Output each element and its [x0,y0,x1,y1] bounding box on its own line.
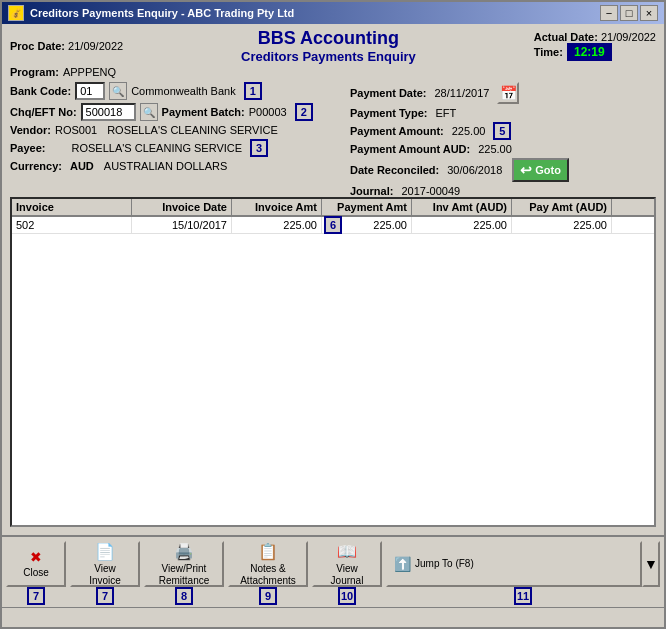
actual-date-value: 21/09/2022 [601,31,656,43]
currency-code: AUD [70,160,94,172]
currency-name: AUSTRALIAN DOLLARS [104,160,227,172]
payment-batch-label: Payment Batch: [162,106,245,118]
top-info-row: Proc Date: 21/09/2022 BBS Accounting Cre… [10,28,656,64]
title-bar: 💰 Creditors Payments Enquiry - ABC Tradi… [2,2,664,24]
print-icon: 🖨️ [174,542,194,561]
journal-icon: 📖 [337,542,357,561]
view-print-remittance-button[interactable]: 🖨️ View/PrintRemittance [144,541,224,587]
close-window-button[interactable]: × [640,5,658,21]
col-payment-amt: Payment Amt [322,199,412,215]
col-pay-amt-aud: Pay Amt (AUD) [512,199,612,215]
col-invoice: Invoice [12,199,132,215]
payment-batch-value: P00003 [249,106,287,118]
payment-date-value: 28/11/2017 [434,87,489,99]
cell-invoice: 502 [12,217,132,233]
time-label: Time: [534,46,563,58]
actual-date-area: Actual Date: 21/09/2022 Time: 12:19 [534,31,656,61]
close-btn-num: 7 [27,587,45,605]
jump-to-button[interactable]: ⬆️ Jump To (F8) [386,541,642,587]
payee-name: ROSELLA'S CLEANING SERVICE [71,142,242,154]
notes-attachments-button[interactable]: 📋 Notes &Attachments [228,541,308,587]
view-print-remittance-label: View/PrintRemittance [159,563,210,587]
payment-type-value: EFT [435,107,456,119]
date-reconciled-row: Date Reconciled: 30/06/2018 ↩ Goto [350,158,656,182]
jump-to-label: Jump To (F8) [415,558,474,570]
status-bar [2,607,664,627]
bank-code-label: Bank Code: [10,85,71,97]
section-1-number: 1 [244,82,262,100]
bank-code-search-button[interactable]: 🔍 [109,82,127,100]
app-icon: 💰 [8,5,24,21]
notes-btn-num: 9 [259,587,277,605]
cell-invoice-date: 15/10/2017 [132,217,232,233]
maximize-button[interactable]: □ [620,5,638,21]
close-label: Close [23,567,49,579]
cell-invoice-amt: 225.00 [232,217,322,233]
form-area: Bank Code: 01 🔍 Commonwealth Bank 1 Chq/… [10,82,656,197]
payee-label: Payee: [10,142,45,154]
payment-amount-row: Payment Amount: 225.00 5 [350,122,656,140]
sub-title: Creditors Payments Enquiry [123,49,534,64]
bank-code-field[interactable]: 01 [75,82,105,100]
section-5-number: 5 [493,122,511,140]
view-journal-button[interactable]: 📖 ViewJournal [312,541,382,587]
jump-to-icon: ⬆️ [394,556,411,572]
col-inv-amt-aud: Inv Amt (AUD) [412,199,512,215]
payment-type-label: Payment Type: [350,107,427,119]
notes-attachments-label: Notes &Attachments [240,563,296,587]
col-invoice-date: Invoice Date [132,199,232,215]
currency-row: Currency: AUD AUSTRALIAN DOLLARS [10,160,350,172]
jump-to-arrow-button[interactable]: ▼ [642,541,660,587]
main-title: BBS Accounting [123,28,534,49]
main-window: 💰 Creditors Payments Enquiry - ABC Tradi… [0,0,666,629]
left-column: Bank Code: 01 🔍 Commonwealth Bank 1 Chq/… [10,82,350,197]
payment-date-row: Payment Date: 28/11/2017 📅 [350,82,656,104]
section-3-number: 3 [250,139,268,157]
proc-date-value: 21/09/2022 [68,40,123,52]
view-invoice-btn-num: 7 [96,587,114,605]
journal-row: Journal: 2017-00049 [350,185,656,197]
payment-amount-label: Payment Amount: [350,125,444,137]
title-bar-buttons: − □ × [600,5,658,21]
payment-date-label: Payment Date: [350,87,426,99]
col-invoice-amt: Invoice Amt [232,199,322,215]
payment-amount-aud-row: Payment Amount AUD: 225.00 [350,143,656,155]
journal-label: Journal: [350,185,393,197]
proc-date-area: Proc Date: 21/09/2022 [10,40,123,52]
section-2-number: 2 [295,103,313,121]
view-journal-btn-num: 10 [338,587,356,605]
payment-amount-aud-value: 225.00 [478,143,512,155]
close-icon: ✖ [30,549,42,565]
close-button[interactable]: ✖ Close [6,541,66,587]
chq-eft-field[interactable]: 500018 [81,103,136,121]
cell-pay-amt-aud: 225.00 [512,217,612,233]
bank-code-row: Bank Code: 01 🔍 Commonwealth Bank 1 [10,82,350,100]
chq-eft-search-button[interactable]: 🔍 [140,103,158,121]
title-bar-left: 💰 Creditors Payments Enquiry - ABC Tradi… [8,5,294,21]
program-value: APPPENQ [63,66,116,78]
program-row: Program: APPPENQ [10,66,656,78]
bottom-button-bar: ✖ Close 7 📄 ViewInvoice 7 🖨️ View/PrintR… [2,535,664,607]
vendor-name: ROSELLA'S CLEANING SERVICE [107,124,278,136]
chq-eft-label: Chq/EFT No: [10,106,77,118]
section-6-number: 6 [324,216,342,234]
date-reconciled-value: 30/06/2018 [447,164,502,176]
payee-row: Payee: ROSELLA'S CLEANING SERVICE 3 [10,139,350,157]
minimize-button[interactable]: − [600,5,618,21]
view-invoice-button[interactable]: 📄 ViewInvoice [70,541,140,587]
goto-button[interactable]: ↩ Goto [512,158,569,182]
view-print-btn-num: 8 [175,587,193,605]
vendor-row: Vendor: ROS001 ROSELLA'S CLEANING SERVIC… [10,124,350,136]
vendor-code: ROS001 [55,124,97,136]
calendar-icon[interactable]: 📅 [497,82,519,104]
window-title: Creditors Payments Enquiry - ABC Trading… [30,7,294,19]
payment-amount-aud-label: Payment Amount AUD: [350,143,470,155]
time-value: 12:19 [567,43,612,61]
notes-icon: 📋 [258,542,278,561]
actual-date-label: Actual Date: [534,31,598,43]
payment-type-row: Payment Type: EFT [350,107,656,119]
view-journal-label: ViewJournal [331,563,364,587]
table-header: Invoice Invoice Date Invoice Amt Payment… [12,199,654,217]
proc-date-label: Proc Date: [10,40,65,52]
vendor-label: Vendor: [10,124,51,136]
